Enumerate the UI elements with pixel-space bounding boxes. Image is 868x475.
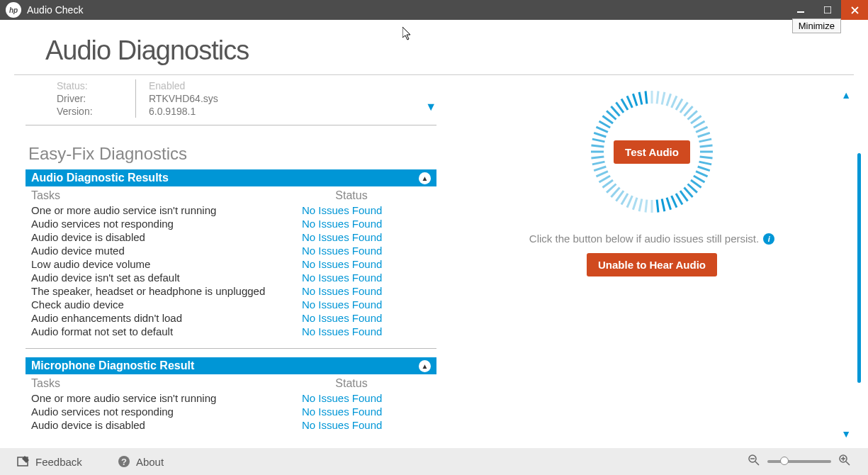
mic-results-title: Microphone Diagnostic Result — [31, 359, 194, 372]
svg-text:?: ? — [121, 457, 127, 467]
task-label: Audio enhancements didn't load — [26, 312, 281, 324]
task-label: One or more audio service isn't running — [26, 204, 281, 216]
svg-line-47 — [592, 162, 605, 164]
svg-line-48 — [591, 157, 604, 158]
driver-value: RTKVHD64.sys — [128, 93, 218, 104]
svg-line-26 — [688, 184, 697, 193]
svg-line-10 — [680, 102, 688, 113]
svg-line-63 — [646, 91, 647, 104]
result-row: Audio device is disabledNo Issues Found — [26, 230, 436, 244]
mic-results-header[interactable]: Microphone Diagnostic Result ▲ — [26, 357, 436, 374]
status-label: Status: — [57, 80, 128, 91]
audio-results-title: Audio Diagnostic Results — [31, 172, 169, 184]
maximize-button[interactable] — [814, 0, 841, 20]
column-status: Status — [266, 377, 436, 390]
status-value: No Issues Found — [281, 218, 436, 230]
mic-rows: One or more audio service isn't runningN… — [26, 391, 436, 439]
zoom-in-icon[interactable] — [838, 454, 851, 470]
svg-line-8 — [672, 96, 677, 107]
svg-line-37 — [633, 198, 637, 210]
version-label: Version: — [57, 106, 128, 117]
test-audio-button[interactable]: Test Audio — [614, 140, 690, 164]
unable-to-hear-button[interactable]: Unable to Hear Audio — [587, 253, 717, 276]
svg-line-30 — [672, 196, 677, 207]
minimize-tooltip: Minimize — [792, 18, 841, 33]
svg-line-39 — [621, 194, 628, 205]
task-label: Audio services not responding — [26, 406, 281, 418]
result-row: The speaker, headset or headphone is unp… — [26, 284, 436, 298]
svg-line-13 — [691, 116, 701, 123]
status-value: No Issues Found — [281, 325, 436, 337]
chevron-up-icon[interactable]: ▲ — [419, 172, 431, 184]
zoom-slider[interactable] — [767, 460, 831, 463]
chevron-up-icon[interactable]: ▲ — [419, 360, 431, 372]
result-row: One or more audio service isn't runningN… — [26, 203, 436, 217]
svg-line-32 — [662, 199, 665, 212]
svg-line-9 — [676, 99, 682, 111]
about-button[interactable]: ? About — [118, 455, 164, 468]
scroll-up-icon[interactable]: ▲ — [841, 89, 851, 101]
svg-line-51 — [592, 139, 605, 142]
status-value: No Issues Found — [281, 392, 436, 404]
result-row: Audio device mutedNo Issues Found — [26, 244, 436, 257]
help-text: Click the button below if audio issues s… — [529, 233, 774, 245]
svg-line-62 — [639, 92, 642, 105]
result-row: Audio format not set to defaultNo Issues… — [26, 325, 436, 338]
svg-line-31 — [667, 198, 671, 210]
status-value: No Issues Found — [281, 231, 436, 243]
svg-line-7 — [667, 94, 671, 106]
divider — [26, 348, 436, 349]
svg-line-45 — [596, 172, 607, 177]
svg-line-21 — [699, 162, 712, 164]
svg-line-29 — [676, 194, 682, 205]
audio-columns: Tasks Status — [26, 186, 436, 203]
result-row: Audio services not respondingNo Issues F… — [26, 217, 436, 230]
result-row: Check audio deviceNo Issues Found — [26, 298, 436, 311]
svg-line-56 — [607, 111, 616, 119]
result-row: Audio device is disabledNo Issues Found — [26, 418, 436, 432]
svg-line-50 — [591, 145, 604, 147]
svg-line-52 — [594, 133, 606, 137]
window-title: Audio Check — [27, 4, 787, 16]
result-row: Low audio device volumeNo Issues Found — [26, 257, 436, 271]
scroll-down-icon[interactable]: ▼ — [841, 428, 851, 440]
svg-line-12 — [688, 111, 697, 119]
svg-line-54 — [599, 121, 611, 128]
task-label: The speaker, headset or headphone is unp… — [26, 285, 281, 297]
svg-line-55 — [602, 116, 613, 123]
progress-spinner: Test Audio — [588, 88, 716, 216]
column-status: Status — [266, 189, 436, 202]
help-icon: ? — [118, 455, 130, 468]
easyfix-heading: Easy-Fix Diagnostics — [26, 125, 436, 169]
zoom-thumb[interactable] — [780, 457, 789, 465]
status-value: Enabled — [128, 80, 185, 91]
minimize-button[interactable] — [787, 0, 814, 20]
svg-line-41 — [611, 188, 619, 197]
chevron-down-icon[interactable]: ▼ — [425, 101, 436, 113]
task-label: Check audio device — [26, 298, 281, 311]
status-value: No Issues Found — [281, 312, 436, 324]
scrollbar[interactable] — [857, 153, 861, 383]
task-label: Audio services not responding — [26, 218, 281, 230]
page-header: Audio Diagnostics — [14, 20, 854, 75]
info-icon[interactable]: i — [763, 233, 774, 245]
svg-line-33 — [657, 200, 658, 213]
task-label: Audio format not set to default — [26, 325, 281, 337]
svg-line-68 — [755, 462, 759, 465]
svg-line-38 — [627, 196, 632, 207]
status-value: No Issues Found — [281, 204, 436, 216]
task-label: Audio device muted — [26, 245, 281, 257]
close-button[interactable] — [841, 0, 868, 20]
window-controls — [787, 0, 868, 20]
svg-line-46 — [594, 167, 606, 171]
status-value: No Issues Found — [281, 406, 436, 418]
svg-line-20 — [700, 157, 713, 158]
footer: Feedback ? About — [0, 448, 868, 475]
zoom-out-icon[interactable] — [748, 454, 760, 470]
svg-line-22 — [698, 167, 710, 171]
feedback-button[interactable]: Feedback — [17, 455, 82, 468]
svg-line-42 — [607, 184, 616, 193]
svg-line-57 — [611, 106, 619, 116]
svg-line-53 — [596, 127, 607, 132]
audio-results-header[interactable]: Audio Diagnostic Results ▲ — [26, 169, 436, 186]
